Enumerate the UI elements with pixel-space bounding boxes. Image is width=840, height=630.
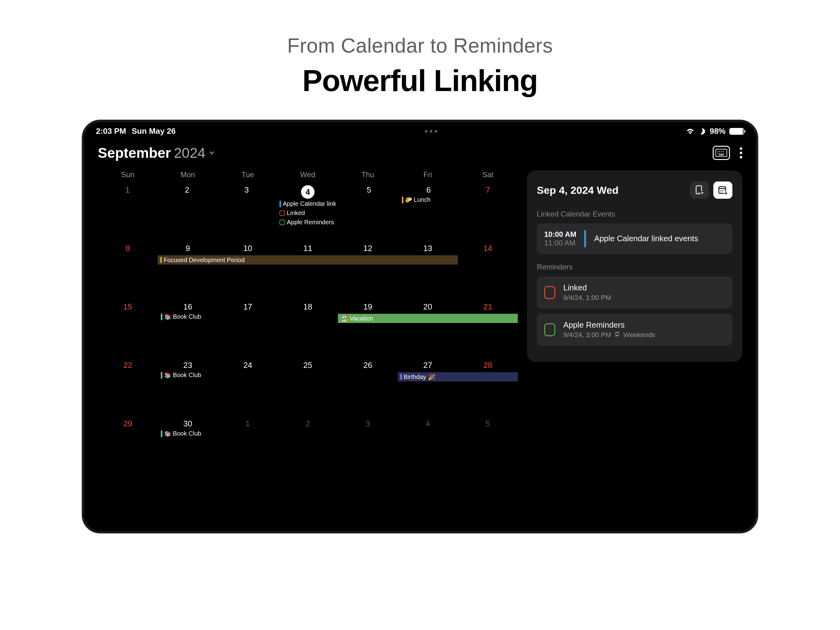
- event-chip[interactable]: Apple Calendar link: [278, 199, 338, 208]
- event-color-bar: [279, 201, 281, 207]
- day-number: 2: [158, 185, 217, 195]
- reminder-checkbox[interactable]: [544, 323, 555, 336]
- day-number: 3: [338, 419, 398, 429]
- event-chip[interactable]: Apple Reminders: [278, 218, 338, 226]
- event-chip[interactable]: Linked: [278, 209, 338, 217]
- day-cell[interactable]: 24: [218, 358, 278, 416]
- day-number: 6: [399, 185, 458, 195]
- day-number: 4: [398, 419, 458, 429]
- day-cell[interactable]: 7: [458, 183, 518, 241]
- day-number: 12: [338, 244, 398, 253]
- reminder-checkbox-icon: [279, 220, 285, 225]
- reminder-card[interactable]: Linked9/4/24, 1:00 PM: [537, 276, 733, 309]
- event-chip[interactable]: 📚Book Club: [159, 371, 216, 379]
- week-row: 1234Apple Calendar linkLinkedApple Remin…: [98, 183, 518, 241]
- reminder-checkbox[interactable]: [544, 286, 555, 299]
- day-cell[interactable]: 5: [339, 183, 399, 241]
- day-cell[interactable]: 20: [398, 300, 458, 358]
- week-row: 1516📚Book Club1718192021🏖️Vacation: [98, 300, 518, 358]
- day-number: 8: [98, 244, 158, 253]
- day-number: 17: [218, 302, 278, 312]
- day-cell[interactable]: 29: [98, 416, 158, 475]
- event-label: Lunch: [414, 196, 431, 203]
- weeks-container: 1234Apple Calendar linkLinkedApple Remin…: [98, 183, 518, 475]
- day-number: 25: [278, 361, 338, 370]
- day-cell[interactable]: 16📚Book Club: [158, 300, 218, 358]
- multi-day-event[interactable]: 🏖️Vacation: [338, 314, 518, 323]
- day-cell[interactable]: 1: [98, 183, 158, 241]
- day-cell[interactable]: 8: [98, 241, 158, 300]
- day-cell[interactable]: 17: [218, 300, 278, 358]
- event-end-time: 11:00 AM: [544, 239, 576, 247]
- multi-day-event[interactable]: Focused Development Period: [158, 255, 458, 264]
- day-cell[interactable]: 14: [458, 241, 518, 300]
- status-time: 2:03 PM: [96, 127, 126, 136]
- month-picker[interactable]: September 2024: [98, 144, 215, 161]
- reminders-label: Reminders: [537, 263, 733, 271]
- day-cell[interactable]: 6🌮Lunch: [399, 183, 458, 241]
- reminder-title: Apple Reminders: [563, 320, 655, 330]
- add-note-button[interactable]: [690, 182, 709, 199]
- day-cell[interactable]: 15: [98, 300, 158, 358]
- day-number: 28: [458, 361, 518, 370]
- day-cell[interactable]: 9: [158, 241, 218, 300]
- day-number: 13: [398, 244, 458, 253]
- day-cell[interactable]: 28: [458, 358, 518, 416]
- marketing-header: From Calendar to Reminders Powerful Link…: [0, 0, 840, 120]
- day-cell[interactable]: 1: [218, 416, 278, 475]
- reminder-title: Linked: [563, 283, 611, 293]
- wifi-icon: [686, 128, 694, 135]
- day-cell[interactable]: 27: [398, 358, 458, 416]
- day-cell[interactable]: 2: [278, 416, 338, 475]
- weekday-label: Mon: [158, 171, 218, 179]
- day-cell[interactable]: 19: [338, 300, 398, 358]
- day-cell[interactable]: 13: [398, 241, 458, 300]
- event-chip[interactable]: 📚Book Club: [159, 313, 216, 321]
- more-button[interactable]: [740, 147, 742, 158]
- day-number: 1: [98, 185, 158, 195]
- day-cell[interactable]: 10: [218, 241, 278, 300]
- day-number: 22: [98, 361, 158, 370]
- day-number: 14: [458, 244, 518, 253]
- day-cell[interactable]: 3: [217, 183, 276, 241]
- reminder-card[interactable]: Apple Reminders9/4/24, 3:00 PMWeekends: [537, 313, 733, 346]
- day-number: 21: [458, 302, 518, 312]
- day-cell[interactable]: 23📚Book Club: [158, 358, 218, 416]
- day-cell[interactable]: 26: [338, 358, 398, 416]
- span-event-label: Vacation: [350, 314, 373, 323]
- day-cell[interactable]: 30📚Book Club: [158, 416, 218, 475]
- svg-rect-9: [718, 154, 724, 155]
- keyboard-button[interactable]: [713, 146, 730, 160]
- day-number: 9: [158, 244, 218, 253]
- day-cell[interactable]: 25: [278, 358, 338, 416]
- day-cell[interactable]: 5: [458, 416, 518, 475]
- span-event-label: Birthday 🎉: [404, 372, 436, 381]
- day-number: 3: [217, 185, 276, 195]
- status-bar: 2:03 PM Sun May 26 98%: [84, 122, 756, 138]
- event-label: Linked: [287, 209, 305, 217]
- multi-day-event[interactable]: Birthday 🎉: [398, 372, 518, 381]
- day-cell[interactable]: 18: [278, 300, 338, 358]
- day-cell[interactable]: 11: [278, 241, 338, 300]
- svg-point-18: [720, 192, 721, 193]
- multitask-dots[interactable]: [425, 130, 437, 133]
- day-cell[interactable]: 4Apple Calendar linkLinkedApple Reminder…: [276, 183, 339, 241]
- event-color-bar: [161, 313, 163, 320]
- day-cell[interactable]: 2: [158, 183, 217, 241]
- weekday-label: Sun: [98, 171, 158, 179]
- event-color-bar: [161, 372, 163, 379]
- linked-event-card[interactable]: 10:00 AM 11:00 AM Apple Calendar linked …: [537, 223, 733, 254]
- day-cell[interactable]: 21: [458, 300, 518, 358]
- event-label: Book Club: [173, 372, 201, 379]
- event-chip[interactable]: 🌮Lunch: [400, 196, 457, 204]
- event-color-bar: [402, 196, 403, 203]
- battery-percent: 98%: [710, 127, 726, 136]
- day-cell[interactable]: 22: [98, 358, 158, 416]
- day-cell[interactable]: 3: [338, 416, 398, 475]
- day-cell[interactable]: 12: [338, 241, 398, 300]
- day-cell[interactable]: 4: [398, 416, 458, 475]
- add-calendar-button[interactable]: [713, 182, 733, 199]
- day-number: 5: [458, 419, 518, 429]
- detail-panel: Sep 4, 2024 Wed Linked Calendar Events 1…: [527, 171, 742, 362]
- event-chip[interactable]: 📚Book Club: [159, 429, 216, 438]
